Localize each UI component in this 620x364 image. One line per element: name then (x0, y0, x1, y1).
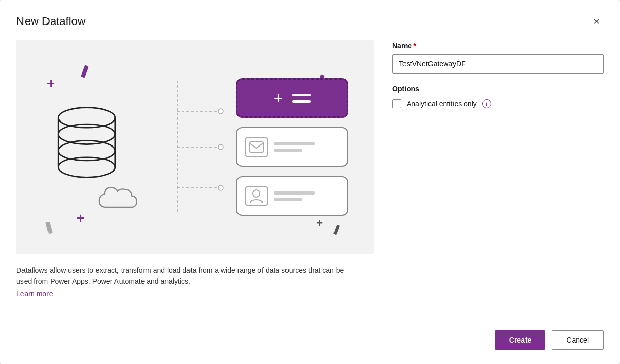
card-line (274, 198, 302, 201)
card-line (274, 142, 315, 145)
deco-plus-top-left: + (47, 77, 55, 90)
person-card (236, 176, 348, 216)
right-panel: Name* Options Analytical entities only i (392, 40, 604, 314)
equals-icon (292, 94, 311, 103)
person-icon-box (245, 186, 268, 206)
person-icon (249, 188, 264, 204)
dialog-title: New Dataflow (16, 15, 86, 28)
description-text: Dataflows allow users to extract, transf… (16, 264, 353, 287)
add-transform-card: + (236, 78, 348, 118)
email-card-lines (274, 142, 339, 152)
email-icon-box (245, 137, 268, 157)
options-label: Options (392, 85, 604, 93)
deco-dash-bottom-left (45, 221, 53, 234)
svg-point-12 (253, 190, 260, 197)
svg-rect-11 (250, 142, 263, 152)
name-label: Name* (392, 42, 604, 50)
card-line (274, 149, 302, 152)
new-dataflow-dialog: New Dataflow × + + + (0, 0, 620, 364)
eq-line-1 (292, 94, 311, 96)
required-star: * (413, 42, 416, 50)
checkbox-row: Analytical entities only i (392, 99, 604, 108)
database-icon (51, 101, 123, 193)
svg-point-9 (218, 144, 223, 150)
learn-more-link[interactable]: Learn more (16, 289, 374, 298)
cards-area: + (236, 78, 348, 216)
cancel-button[interactable]: Cancel (552, 330, 604, 350)
email-card (236, 127, 348, 167)
info-icon[interactable]: i (482, 99, 491, 108)
dialog-header: New Dataflow × (16, 14, 604, 29)
dialog-body: + + + (16, 40, 604, 314)
deco-dash-bottom-right (333, 225, 340, 235)
analytical-entities-checkbox[interactable] (392, 99, 401, 108)
dialog-footer: Create Cancel (16, 330, 604, 350)
checkbox-label: Analytical entities only (407, 100, 477, 108)
create-button[interactable]: Create (495, 330, 546, 350)
svg-point-10 (218, 185, 223, 190)
cloud-icon (92, 183, 153, 213)
plus-icon: + (274, 90, 283, 106)
name-input[interactable] (392, 54, 604, 74)
email-icon (249, 141, 264, 153)
connector-lines (118, 40, 236, 254)
deco-plus-bottom-left: + (77, 211, 84, 225)
illustration: + + + (16, 40, 374, 254)
deco-plus-bottom-right: + (316, 217, 323, 229)
card-line (274, 191, 315, 195)
person-card-lines (274, 191, 339, 201)
deco-dash-top-left (81, 65, 89, 78)
left-panel: + + + (16, 40, 374, 314)
close-button[interactable]: × (589, 14, 604, 29)
eq-line-2 (292, 100, 311, 103)
svg-point-8 (218, 109, 223, 114)
